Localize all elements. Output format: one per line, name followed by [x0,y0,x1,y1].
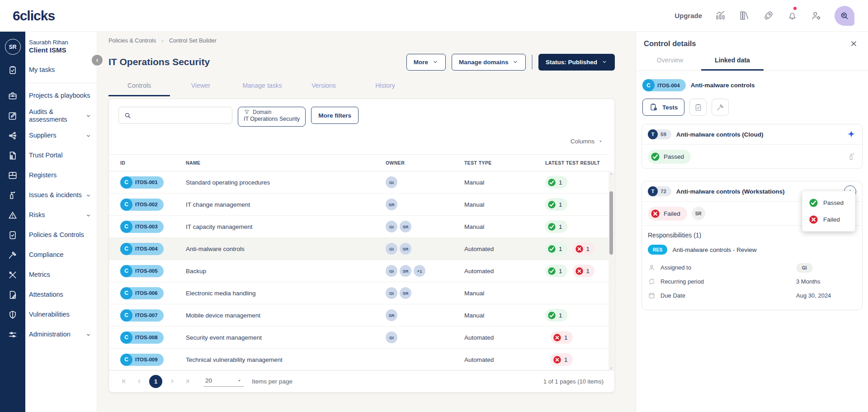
edit-icon [0,111,25,121]
close-icon[interactable] [849,39,858,48]
control-name-cell[interactable]: IT change management [186,201,386,208]
table-row-itos-009[interactable]: CITOS-009Technical vulnerability managem… [109,349,609,371]
sidebar-item-registers[interactable]: Registers [0,166,97,185]
chevron-down-icon [85,113,91,119]
control-id-badge[interactable]: CITOS-004 [120,243,164,255]
control-name-cell[interactable]: Mobile device management [186,312,386,319]
control-name-cell[interactable]: Backup [186,268,386,275]
next-page-button[interactable] [165,374,179,388]
table-row-itos-002[interactable]: CITOS-002IT change managementSRManual1 [109,194,609,216]
ai-sparkle-icon[interactable] [846,129,856,139]
control-id-badge[interactable]: C ITOS-004 [642,79,686,91]
compliance-icon-button[interactable] [712,99,729,116]
control-name-cell[interactable]: IT capacity management [186,223,386,230]
sidebar-item-policies-controls[interactable]: Policies & Controls [0,225,97,245]
user-avatar[interactable]: SR [5,39,21,55]
last-page-button[interactable] [181,374,194,388]
notifications-icon[interactable] [787,10,798,21]
sidebar-item-metrics[interactable]: Metrics [0,265,97,285]
control-name-cell[interactable]: Standard operating procedures [186,179,386,186]
table-row-itos-008[interactable]: CITOS-008Security event managementGIAuto… [109,327,609,349]
columns-menu-button[interactable]: Columns [571,138,604,145]
tasks-icon-button[interactable] [689,99,707,116]
tab-manage-tasks[interactable]: Manage tasks [231,77,293,96]
control-id-badge[interactable]: CITOS-007 [120,309,164,322]
control-name-cell[interactable]: Security event management [186,334,386,341]
panel-tab-linked-data[interactable]: Linked data [701,52,764,71]
user-settings-icon[interactable] [811,10,822,21]
current-page-button[interactable]: 1 [149,375,162,388]
sidebar-item-issues-incidents[interactable]: Issues & incidents [0,185,97,205]
page-size-select[interactable]: 20 [203,376,244,387]
table-row-itos-005[interactable]: CITOS-005BackupGISR+1Automated11 [109,260,609,282]
dropdown-option-passed[interactable]: Passed [802,194,855,211]
prev-page-button[interactable] [132,374,146,388]
library-icon[interactable] [739,10,750,21]
column-header-test-type: TEST TYPE [464,160,545,166]
sidebar-collapse-button[interactable] [91,54,104,66]
test-id-badge[interactable]: T59 [648,129,671,139]
table-row-itos-004[interactable]: CITOS-004Anti-malware controlsGISRAutoma… [109,238,609,260]
sidebar-item-trust-portal[interactable]: Trust Portal [0,146,97,166]
sidebar-item-projects-playbooks[interactable]: Projects & playbooks [0,86,97,106]
breadcrumb-policies-controls[interactable]: Policies & Controls [108,38,156,44]
tests-button[interactable]: Tests [642,99,684,116]
filter-funnel-icon [244,109,250,115]
sidebar-item-compliance[interactable]: Compliance [0,245,97,265]
control-id-badge[interactable]: CITOS-009 [120,354,164,366]
sidebar-item-vulnerabilities[interactable]: Vulnerabilities [0,305,97,325]
status-published-button[interactable]: Status: Published [538,54,615,71]
first-page-button[interactable] [117,374,131,388]
tab-history[interactable]: History [354,77,416,96]
control-id-badge[interactable]: CITOS-008 [120,331,164,344]
search-box[interactable] [118,107,232,124]
sidebar-item-audits-assessments[interactable]: Audits & assessments [0,106,97,126]
scroll-up-icon[interactable] [609,171,614,177]
ai-assistant-icon[interactable] [835,6,854,26]
owner-cell: GI [386,176,464,188]
raise-issue-icon[interactable] [848,152,856,161]
breadcrumb-control-set-builder[interactable]: Control Set Builder [169,38,217,44]
control-name-cell[interactable]: Anti-malware controls [186,246,386,252]
control-id-badge[interactable]: CITOS-005 [120,265,164,277]
control-name-cell[interactable]: Technical vulnerability management [186,356,386,363]
sidebar-item-label: Issues & incidents [25,189,85,201]
more-filters-button[interactable]: More filters [311,107,359,124]
more-button[interactable]: More [406,54,446,71]
table-row-itos-007[interactable]: CITOS-007Mobile device managementSRManua… [109,304,609,327]
table-row-itos-003[interactable]: CITOS-003IT capacity managementGISRManua… [109,216,609,238]
sidebar-item-administration[interactable]: Administration [0,325,97,345]
control-id-badge[interactable]: CITOS-002 [120,199,164,211]
control-id-badge[interactable]: CITOS-006 [120,287,164,299]
sidebar-item-risks[interactable]: Risks [0,205,97,225]
control-id-badge[interactable]: CITOS-001 [120,176,164,189]
domain-filter-chip[interactable]: Domain IT Operations Security [238,107,306,127]
upgrade-link[interactable]: Upgrade [675,12,702,19]
analytics-icon[interactable] [715,10,726,21]
sidebar-item-my-tasks[interactable]: My tasks [0,60,97,80]
control-name-cell[interactable]: Electronic media handling [186,290,386,297]
test-name[interactable]: Anti-malware controls (Cloud) [676,131,841,138]
tab-controls[interactable]: Controls [108,77,170,96]
search-input[interactable] [136,112,227,119]
table-row-itos-006[interactable]: CITOS-006Electronic media handlingGISRMa… [109,282,609,304]
table-scrollbar[interactable] [609,171,614,371]
tab-viewer[interactable]: Viewer [170,77,231,96]
pagination: 1 20 Items per page 1 of 1 pages (10 ite… [109,370,614,392]
owner-avatar: SR [400,265,411,277]
dropdown-option-failed[interactable]: Failed [802,211,855,228]
table-row-itos-001[interactable]: CITOS-001Standard operating proceduresGI… [109,171,609,194]
workspace-name[interactable]: Client ISMS [29,46,68,55]
panel-tab-overview[interactable]: Overview [639,52,701,71]
cross-circle-icon [575,245,584,253]
app-logo[interactable]: 6clicks [13,8,55,24]
tab-versions[interactable]: Versions [293,77,354,96]
scrollbar-thumb[interactable] [609,191,613,255]
manage-domains-button[interactable]: Manage domains [452,54,526,71]
sidebar-item-attestations[interactable]: Attestations [0,285,97,305]
responsibility-name[interactable]: Anti-malware controls - Review [672,246,756,253]
test-id-badge[interactable]: T72 [648,186,671,196]
control-id-badge[interactable]: CITOS-003 [120,221,164,233]
rocket-icon[interactable] [763,10,774,21]
sidebar-item-suppliers[interactable]: Suppliers [0,126,97,146]
